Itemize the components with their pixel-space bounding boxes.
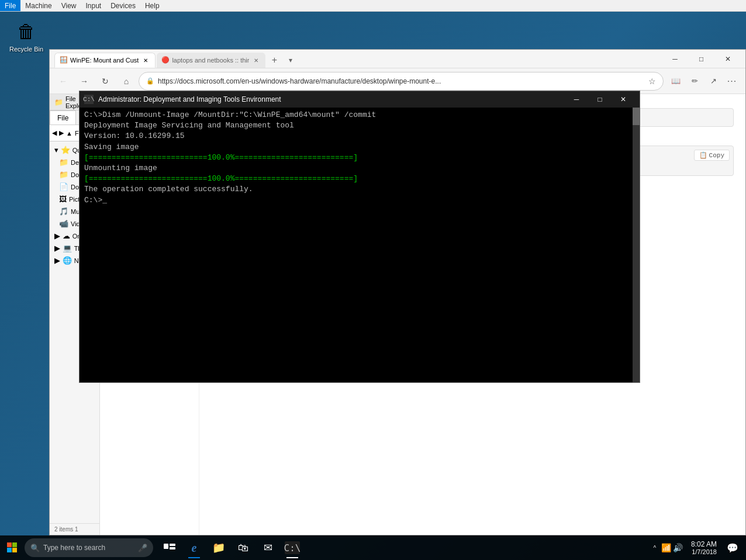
svg-rect-3 — [12, 548, 17, 552]
vbox-menu-help[interactable]: Help — [140, 0, 164, 11]
search-icon: 🔍 — [30, 544, 40, 552]
share-button[interactable]: ↗ — [704, 72, 722, 90]
cmd-line-3: Deployment Image Servicing and Managemen… — [84, 120, 635, 131]
item-count2: 1 — [75, 526, 78, 533]
svg-rect-5 — [170, 544, 175, 546]
tab1-close[interactable]: ✕ — [141, 56, 150, 65]
tray-network-icon[interactable]: 📶 — [661, 536, 672, 559]
clock-date: 1/7/2018 — [691, 548, 717, 555]
tray-chevron[interactable]: ^ — [649, 536, 661, 559]
home-button[interactable]: ⌂ — [118, 72, 135, 90]
mail-icon: ✉ — [264, 541, 272, 554]
svg-rect-4 — [164, 544, 168, 549]
tab1-favicon: 🪟 — [60, 56, 68, 64]
pictures-icon: 🖼 — [59, 195, 67, 203]
tab-bar: 🪟 WinPE: Mount and Cust ✕ 🔴 laptops and … — [54, 50, 298, 68]
svg-rect-6 — [170, 547, 175, 549]
copy-label: Copy — [709, 152, 724, 159]
vbox-menu-file[interactable]: File — [0, 0, 20, 11]
search-mic-icon[interactable]: 🎤 — [138, 544, 147, 552]
tab-laptops[interactable]: 🔴 laptops and netbooks :: thir ✕ — [157, 53, 265, 68]
cmd-title: Administrator: Deployment and Imaging To… — [98, 95, 560, 103]
address-text: https://docs.microsoft.com/en-us/windows… — [158, 77, 645, 85]
reading-view-button[interactable]: 📖 — [667, 72, 685, 90]
taskbar-icons: e 📁 🛍 ✉ C:\ — [158, 536, 304, 559]
edge-icon: e — [192, 541, 197, 555]
notification-icon: 💬 — [727, 542, 738, 554]
windows-logo-icon — [7, 542, 18, 553]
tab2-favicon: 🔴 — [161, 56, 170, 64]
tray-volume-icon[interactable]: 🔊 — [672, 536, 684, 559]
tab2-close[interactable]: ✕ — [251, 56, 261, 65]
search-placeholder: Type here to search — [43, 544, 105, 552]
more-button[interactable]: ··· — [723, 72, 741, 90]
cmd-content[interactable]: C:\>Dism /Unmount-Image /MountDir:"C:\Wi… — [80, 108, 640, 382]
file-up-btn[interactable]: ▲ — [66, 130, 72, 137]
taskbar-task-view[interactable] — [158, 536, 181, 559]
forward-button[interactable]: → — [75, 72, 93, 90]
file-explorer-icon: 📁 — [212, 541, 225, 554]
cmd-line-8: Unmounting image — [84, 163, 635, 174]
cmd-minimize-button[interactable]: ─ — [565, 91, 588, 108]
cmd-prompt: C:\>_ — [84, 195, 635, 206]
vbox-menu-devices[interactable]: Devices — [106, 0, 140, 11]
new-tab-button[interactable]: + — [267, 53, 282, 68]
taskbar-edge[interactable]: e — [182, 536, 206, 559]
tab-overflow-button[interactable]: ▾ — [283, 53, 298, 68]
file-back-btn[interactable]: ◀ — [52, 129, 57, 137]
cmd-icon: C:\ — [84, 95, 94, 104]
svg-rect-0 — [7, 542, 12, 547]
cmd-close-button[interactable]: ✕ — [612, 91, 635, 108]
start-button[interactable] — [0, 535, 25, 560]
file-icon: 📁 — [54, 98, 63, 106]
clock[interactable]: 8:02 AM 1/7/2018 — [686, 540, 721, 555]
file-status-bar: 2 items 1 — [50, 523, 99, 535]
cmd-scroll-thumb[interactable] — [633, 108, 640, 125]
svg-rect-2 — [7, 548, 12, 552]
bookmark-icon[interactable]: ☆ — [648, 77, 656, 86]
onedrive-icon: ▶ ☁ — [54, 231, 70, 240]
lock-icon: 🔒 — [146, 77, 154, 85]
browser-close-button[interactable]: ✕ — [714, 50, 741, 68]
taskbar-store[interactable]: 🛍 — [232, 536, 255, 559]
ribbon-tab-file[interactable]: File — [50, 110, 76, 125]
notification-button[interactable]: 💬 — [724, 535, 741, 560]
recycle-bin-desktop-icon[interactable]: 🗑 Recycle Bin — [3, 18, 50, 55]
cmd-window: C:\ Administrator: Deployment and Imagin… — [79, 91, 640, 383]
recycle-bin-icon: 🗑 — [15, 20, 38, 43]
quick-access-icon: ▾ ⭐ — [54, 146, 70, 154]
copy-icon: 📋 — [699, 151, 707, 159]
videos-icon: 📹 — [59, 219, 68, 228]
taskbar-file-explorer[interactable]: 📁 — [207, 536, 230, 559]
browser-restore-button[interactable]: □ — [688, 50, 714, 68]
cmd-line-6: Saving image — [84, 142, 635, 153]
browser-minimize-button[interactable]: ─ — [662, 50, 688, 68]
search-bar[interactable]: 🔍 Type here to search 🎤 — [25, 538, 153, 557]
vbox-menu-view[interactable]: View — [57, 0, 81, 11]
address-bar[interactable]: 🔒 https://docs.microsoft.com/en-us/windo… — [139, 72, 664, 91]
taskbar: 🔍 Type here to search 🎤 e 📁 🛍 — [0, 535, 746, 560]
cmd-line-9: [==========================100.0%=======… — [84, 174, 635, 184]
back-button[interactable]: ← — [54, 72, 72, 90]
downloads-icon: 📁 — [59, 170, 68, 179]
tab-winpe[interactable]: 🪟 WinPE: Mount and Cust ✕ — [54, 53, 156, 68]
taskbar-cmd[interactable]: C:\ — [281, 536, 304, 559]
music-icon: 🎵 — [59, 207, 68, 216]
file-forward-btn[interactable]: ▶ — [59, 129, 64, 137]
cmd-line-1: C:\>Dism /Unmount-Image /MountDir:"C:\Wi… — [84, 110, 635, 120]
copy-button[interactable]: 📋 Copy — [694, 150, 730, 161]
taskbar-mail[interactable]: ✉ — [256, 536, 279, 559]
vbox-menu-input[interactable]: Input — [81, 0, 106, 11]
browser-titlebar: 🪟 WinPE: Mount and Cust ✕ 🔴 laptops and … — [50, 50, 745, 68]
cmd-titlebar: C:\ Administrator: Deployment and Imagin… — [80, 91, 640, 108]
vbox-menu-machine[interactable]: Machine — [20, 0, 56, 11]
cmd-scrollbar[interactable] — [633, 108, 640, 382]
cmd-line-4: Version: 10.0.16299.15 — [84, 131, 635, 141]
vbox-menubar: File Machine View Input Devices Help — [0, 0, 746, 12]
cmd-window-controls: ─ □ ✕ — [565, 91, 635, 108]
cmd-restore-button[interactable]: □ — [588, 91, 612, 108]
refresh-button[interactable]: ↻ — [96, 72, 114, 90]
pen-button[interactable]: ✏ — [686, 72, 703, 90]
desktop: File Machine View Input Devices Help 🗑 R… — [0, 0, 746, 560]
cmd-line-7: [==========================100.0%=======… — [84, 153, 635, 163]
